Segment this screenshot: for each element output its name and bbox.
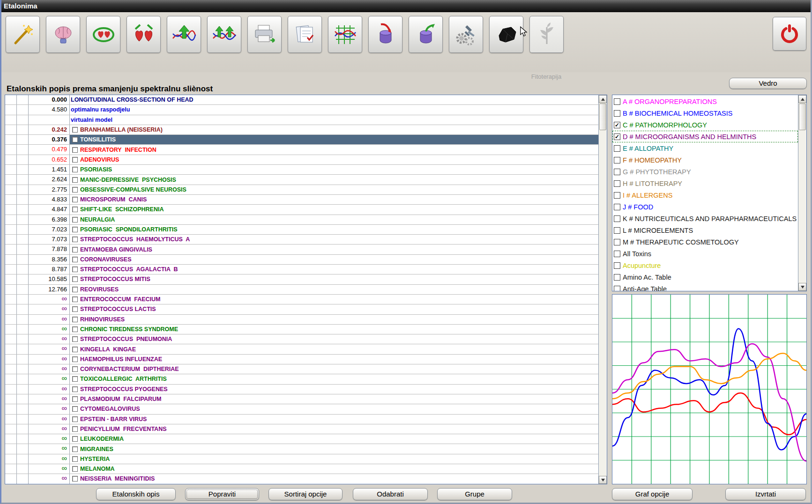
list-row[interactable]: 4.833 MICROSPORUM CANIS <box>5 195 598 205</box>
odabrati-button[interactable]: Odabrati <box>353 488 428 500</box>
row-checkbox[interactable] <box>72 276 78 282</box>
category-item[interactable]: All Toxins <box>612 248 798 259</box>
list-row[interactable]: ∞ CORYNEBACTERIUM DIPTHERIAE <box>5 364 598 374</box>
row-checkbox[interactable] <box>72 476 78 482</box>
row-checkbox[interactable] <box>72 386 78 392</box>
list-row[interactable]: ∞ CYTOMEGALOVIRUS <box>5 404 598 414</box>
row-checkbox[interactable] <box>72 436 78 442</box>
list-row[interactable]: ∞ PENICYLLIUM FRECVENTANS <box>5 424 598 434</box>
category-item[interactable]: B # BIOCHEMICAL HOMEOSTASIS <box>612 107 798 119</box>
toolbar-button-brain[interactable] <box>46 16 80 53</box>
row-checkbox[interactable] <box>72 396 78 402</box>
toolbar-button-container-in[interactable] <box>368 16 402 53</box>
toolbar-button-gears-analysis[interactable] <box>449 16 483 53</box>
list-row[interactable]: 7.023 PSORIASIC SPONDILOARTHRITIS <box>5 225 598 235</box>
row-checkbox[interactable] <box>72 356 78 362</box>
list-row[interactable]: ∞ STREPTOCOCCUS LACTIS <box>5 304 598 314</box>
row-checkbox[interactable] <box>72 456 78 462</box>
list-row[interactable]: 0.000 LONGITUDINAL CROSS-SECTION OF HEAD <box>5 95 598 105</box>
row-checkbox[interactable] <box>72 426 78 432</box>
scroll-track[interactable] <box>599 131 607 476</box>
category-item[interactable]: J # FOOD <box>612 201 798 213</box>
row-checkbox[interactable] <box>72 157 78 163</box>
list-row[interactable]: 2.624 MANIC-DEPRESSIVE PSYCHOSIS <box>5 175 598 185</box>
row-checkbox[interactable] <box>72 317 78 322</box>
scroll-up-button[interactable] <box>599 95 607 103</box>
list-row[interactable]: 1.451 PSORIASIS <box>5 165 598 175</box>
list-row[interactable]: ∞ TOXICOALLERGIC ARTHRITIS <box>5 374 598 384</box>
row-checkbox[interactable] <box>72 347 78 352</box>
category-checkbox[interactable] <box>614 251 620 257</box>
row-checkbox[interactable] <box>72 267 78 272</box>
toolbar-button-magic-wand[interactable] <box>6 16 40 53</box>
category-item[interactable]: Acupuncture <box>612 259 798 271</box>
izvrtati-button[interactable]: Izvrtati <box>725 488 806 500</box>
list-row[interactable]: ∞ LEUKODERMIA <box>5 434 598 444</box>
toolbar-button-hearts-arrows[interactable] <box>127 16 161 53</box>
category-checkbox[interactable] <box>614 215 620 222</box>
scroll-down-button[interactable] <box>798 283 806 291</box>
row-checkbox[interactable] <box>72 217 78 222</box>
row-checkbox[interactable] <box>72 187 78 193</box>
category-item[interactable]: Anti-Age Table <box>612 283 798 291</box>
category-item[interactable]: A # ORGANOPREPARATIONS <box>612 96 798 107</box>
row-checkbox[interactable] <box>72 416 78 422</box>
category-item[interactable]: G # PHYTOTHERAPY <box>612 166 798 178</box>
list-row[interactable]: 7.073 STREPTOCOCCUS HAEMOLYTICUS A <box>5 235 598 245</box>
list-row[interactable]: ∞ RHINOVIRUSES <box>5 315 598 325</box>
category-scrollbar[interactable] <box>798 95 806 291</box>
category-checkbox[interactable] <box>614 239 620 245</box>
list-row[interactable]: 0.652 ADENOVIRUS <box>5 155 598 165</box>
row-checkbox[interactable] <box>72 177 78 183</box>
row-checkbox[interactable] <box>72 296 78 302</box>
list-row[interactable]: ∞ STREPTOCOCCUS PYOGENES <box>5 385 598 394</box>
category-item[interactable]: I # ALLERGENS <box>612 189 798 201</box>
scroll-thumb[interactable] <box>799 104 806 130</box>
toolbar-button-printer[interactable] <box>247 16 282 53</box>
category-checkbox[interactable] <box>614 98 620 105</box>
toolbar-button-container-out[interactable] <box>409 16 443 53</box>
list-row[interactable]: 0.242 BRANHAMELLA (NEISSERIA) <box>5 125 598 135</box>
category-checkbox[interactable] <box>614 180 620 187</box>
category-checkbox[interactable] <box>614 157 620 163</box>
list-row[interactable]: ∞ NEISSERIA MENINGITIDIS <box>5 474 598 484</box>
list-row[interactable]: 6.398 NEURALGIA <box>5 215 598 225</box>
list-row[interactable]: 10.585 STREPTOCOCCUS MITIS <box>5 274 598 284</box>
row-checkbox[interactable] <box>72 336 78 342</box>
row-checkbox[interactable] <box>72 406 78 412</box>
category-checkbox[interactable]: ✓ <box>614 133 620 140</box>
category-item[interactable]: E # ALLOPATHY <box>612 142 798 154</box>
category-item[interactable]: ✓ D # MICROORGANISMS AND HELMINTHS <box>612 131 798 142</box>
grupe-button[interactable]: Grupe <box>437 488 512 500</box>
list-row[interactable]: 8.356 CORONAVIRUSES <box>5 255 598 265</box>
row-checkbox[interactable] <box>72 167 78 172</box>
list-row[interactable]: ∞ ENTEROCOCCUM FAECIUM <box>5 295 598 304</box>
etalonskih-opis-button[interactable]: Etalonskih opis <box>96 488 176 500</box>
row-checkbox[interactable] <box>72 366 78 372</box>
list-row[interactable]: ∞ CHRONIC TIREDNESS SYNDROME <box>5 325 598 334</box>
scroll-down-button[interactable] <box>599 476 607 484</box>
row-checkbox[interactable] <box>72 137 78 142</box>
list-row[interactable]: 7.878 ENTAMOEBA GINGIVALIS <box>5 245 598 254</box>
list-row[interactable]: 2.775 OBSESSIVE-COMPALSIVE NEUROSIS <box>5 185 598 195</box>
category-checkbox[interactable] <box>614 110 620 117</box>
category-item[interactable]: H # LITOTHERAPY <box>612 178 798 189</box>
category-checkbox[interactable] <box>614 145 620 152</box>
row-checkbox[interactable] <box>72 446 78 452</box>
row-checkbox[interactable] <box>72 197 78 202</box>
list-row[interactable]: 12.766 REOVIRUSES <box>5 285 598 295</box>
scroll-track[interactable] <box>798 131 806 283</box>
list-row[interactable]: ∞ STREPTOCOCCUS PNEUMONIA <box>5 334 598 344</box>
toolbar-button-chart-arrow-up[interactable] <box>167 16 201 53</box>
category-checkbox[interactable] <box>614 192 620 199</box>
toolbar-button-ring-hearts[interactable] <box>86 16 120 53</box>
category-item[interactable]: K # NUTRICEUTICALS AND PARAPHARMACEUTICA… <box>612 213 798 224</box>
list-row[interactable]: ∞ KINGELLA KINGAE <box>5 344 598 354</box>
category-checkbox[interactable]: ✓ <box>614 122 620 128</box>
row-checkbox[interactable] <box>72 257 78 262</box>
graf-opcije-button[interactable]: Graf opcije <box>612 488 693 500</box>
list-row[interactable]: ∞ EPSTEIN - BARR VIRUS <box>5 415 598 424</box>
list-row[interactable]: 4.580 optimalnu raspodjelu <box>5 105 598 115</box>
list-row[interactable]: virtualni model <box>5 115 598 125</box>
main-list-scrollbar[interactable] <box>598 95 607 484</box>
